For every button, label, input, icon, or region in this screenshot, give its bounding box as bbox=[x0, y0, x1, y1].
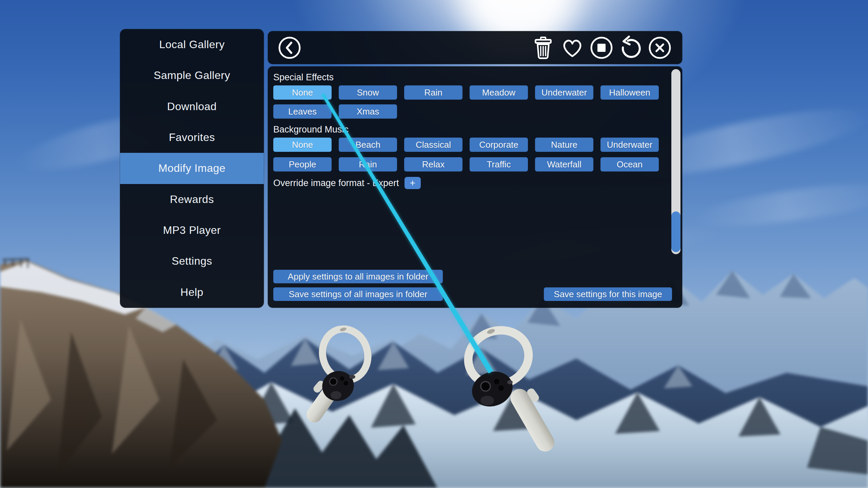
favorite-button[interactable] bbox=[560, 36, 585, 60]
effect-leaves-button[interactable]: Leaves bbox=[273, 104, 332, 119]
music-rain-button[interactable]: Rain bbox=[339, 157, 397, 171]
special-effects-label: Special Effects bbox=[273, 72, 334, 83]
effect-snow-button[interactable]: Snow bbox=[339, 85, 397, 100]
effect-rain-button[interactable]: Rain bbox=[404, 85, 462, 100]
stop-icon bbox=[590, 36, 613, 60]
override-format-row: Override image format - Expert + bbox=[273, 177, 421, 189]
sidebar-item-help[interactable]: Help bbox=[120, 277, 264, 308]
special-effects-row-2: Leaves Xmas bbox=[273, 104, 397, 119]
sidebar-item-download[interactable]: Download bbox=[120, 91, 264, 122]
scrollbar-thumb[interactable] bbox=[671, 211, 680, 252]
override-format-label: Override image format - Expert bbox=[273, 178, 399, 188]
stop-button[interactable] bbox=[589, 36, 614, 60]
background-music-label: Background Music bbox=[273, 124, 349, 135]
music-classical-button[interactable]: Classical bbox=[404, 138, 462, 152]
close-button[interactable] bbox=[648, 36, 672, 60]
close-circle-icon bbox=[648, 36, 672, 60]
effect-none-button[interactable]: None bbox=[273, 85, 332, 100]
sidebar-item-sample-gallery[interactable]: Sample Gallery bbox=[120, 60, 264, 91]
image-toolbar bbox=[268, 31, 682, 64]
undo-button[interactable] bbox=[618, 36, 643, 60]
music-relax-button[interactable]: Relax bbox=[404, 157, 462, 171]
music-waterfall-button[interactable]: Waterfall bbox=[535, 157, 593, 171]
effect-halloween-button[interactable]: Halloween bbox=[600, 85, 659, 100]
effect-meadow-button[interactable]: Meadow bbox=[470, 85, 528, 100]
sidebar-menu: Local Gallery Sample Gallery Download Fa… bbox=[120, 29, 264, 308]
vr-gallery-screen: Local Gallery Sample Gallery Download Fa… bbox=[0, 0, 868, 488]
music-underwater-button[interactable]: Underwater bbox=[600, 138, 659, 152]
save-settings-all-button[interactable]: Save settings of all images in folder bbox=[273, 287, 443, 301]
effect-underwater-button[interactable]: Underwater bbox=[535, 85, 593, 100]
apply-settings-all-button[interactable]: Apply settings to all images in folder bbox=[273, 270, 443, 283]
trash-icon bbox=[532, 36, 554, 60]
sidebar-item-local-gallery[interactable]: Local Gallery bbox=[120, 29, 264, 60]
back-button[interactable] bbox=[277, 36, 302, 60]
sidebar-item-favorites[interactable]: Favorites bbox=[120, 122, 264, 153]
background-music-row-2: People Rain Relax Traffic Waterfall Ocea… bbox=[273, 157, 659, 171]
music-beach-button[interactable]: Beach bbox=[339, 138, 397, 152]
music-ocean-button[interactable]: Ocean bbox=[600, 157, 659, 171]
toolbar-action-icons bbox=[531, 36, 672, 60]
background-music-row-1: None Beach Classical Corporate Nature Un… bbox=[273, 138, 659, 152]
sidebar-item-settings[interactable]: Settings bbox=[120, 246, 264, 277]
special-effects-row-1: None Snow Rain Meadow Underwater Hallowe… bbox=[273, 85, 659, 100]
delete-button[interactable] bbox=[531, 36, 555, 60]
undo-icon bbox=[618, 36, 643, 60]
effect-xmas-button[interactable]: Xmas bbox=[339, 104, 397, 119]
modify-image-panel: Special Effects None Snow Rain Meadow Un… bbox=[268, 66, 682, 308]
chevron-left-circle-icon bbox=[277, 36, 302, 60]
music-corporate-button[interactable]: Corporate bbox=[470, 138, 528, 152]
sidebar-item-mp3-player[interactable]: MP3 Player bbox=[120, 215, 264, 246]
scrollbar-track[interactable] bbox=[671, 69, 680, 254]
heart-icon bbox=[560, 37, 584, 59]
music-none-button[interactable]: None bbox=[273, 138, 332, 152]
sidebar-item-modify-image[interactable]: Modify Image bbox=[120, 153, 264, 184]
save-settings-this-image-button[interactable]: Save settings for this image bbox=[544, 287, 672, 301]
add-format-button[interactable]: + bbox=[405, 177, 421, 189]
sidebar-item-rewards[interactable]: Rewards bbox=[120, 184, 264, 215]
music-traffic-button[interactable]: Traffic bbox=[470, 157, 528, 171]
music-people-button[interactable]: People bbox=[273, 157, 332, 171]
music-nature-button[interactable]: Nature bbox=[535, 138, 593, 152]
